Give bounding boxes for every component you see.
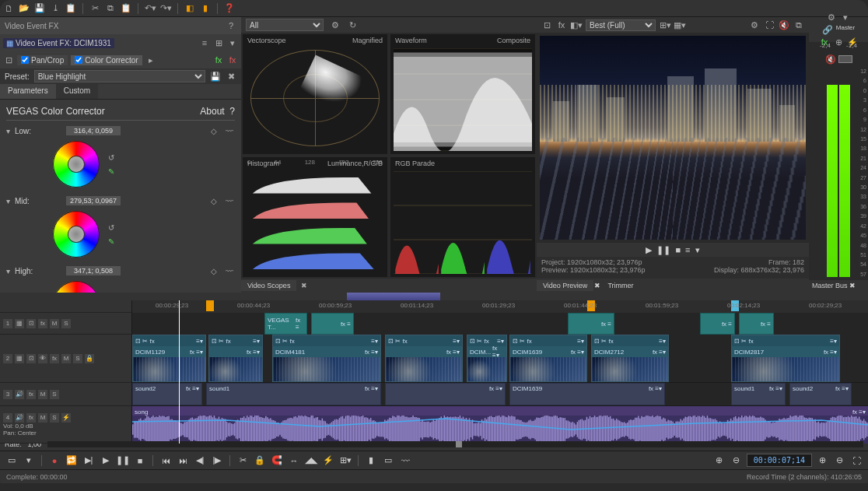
save-icon[interactable]: 💾	[34, 3, 45, 14]
pause-button[interactable]: ❚❚	[656, 245, 670, 255]
preset-delete-icon[interactable]: ✖	[226, 71, 236, 82]
audio-clip-0[interactable]: sound2fx ≡▾	[132, 383, 202, 405]
render-icon[interactable]: ⤓	[50, 3, 61, 14]
tool-dropdown-icon[interactable]: ▾	[22, 454, 36, 468]
fx-track[interactable]: VEGAS T...fx ≡fx ≡fx ≡fx ≡fx ≡	[132, 313, 868, 335]
autocrossfade-button[interactable]: ⚡	[321, 454, 335, 468]
preview-more-icon[interactable]: ▾	[695, 245, 700, 255]
preview-fx-icon[interactable]: fx	[556, 19, 567, 30]
video-clip-1[interactable]: ⊡ ✂ fx≡▾fx ≡▾	[208, 335, 263, 382]
colorcorrector-enable-checkbox[interactable]	[75, 56, 82, 64]
meter-settings-icon[interactable]: ⚙	[826, 12, 837, 23]
open-icon[interactable]: 📂	[19, 3, 30, 14]
tab-parameters[interactable]: Parameters	[0, 84, 56, 99]
snap-icon[interactable]: ◧	[184, 3, 195, 14]
preview-fullscreen-icon[interactable]: ⛶	[764, 19, 775, 30]
fx-clip-0[interactable]: VEGAS T...fx ≡	[264, 313, 307, 335]
go-start-button[interactable]: ⏮	[159, 454, 173, 468]
envelope-button[interactable]: 〰	[398, 454, 412, 468]
tool-normal-icon[interactable]: ▭	[5, 454, 19, 468]
audio-clip-4[interactable]: sound1fx ≡▾	[731, 383, 786, 405]
crossfade-button[interactable]: ◢◣	[304, 454, 318, 468]
fx-track-header[interactable]: 1▦⊡fxMS	[0, 313, 131, 335]
marker-1[interactable]	[206, 300, 214, 311]
video-clip-0[interactable]: ⊡ ✂ fx≡▾DCIM1129fx ≡▾	[132, 335, 206, 382]
wheel-2-keyframe-icon[interactable]: ◇	[208, 265, 219, 276]
song-clip[interactable]: songfx ≡▾	[132, 406, 868, 444]
zoom-fit-button[interactable]: ⛶	[849, 454, 863, 468]
help-icon[interactable]: ?	[226, 20, 236, 31]
fx-clip-3[interactable]: fx ≡	[700, 313, 735, 335]
scope-refresh-icon[interactable]: ↻	[347, 19, 358, 30]
preview-dock-icon[interactable]: ⧉	[793, 19, 804, 30]
fx-clip-1[interactable]: fx ≡	[311, 313, 354, 335]
timeline-scrollbar[interactable]	[0, 293, 868, 300]
preset-select[interactable]: Blue Highlight	[34, 70, 205, 82]
audio-clip-3[interactable]: DCIM1639fx ≡▾	[509, 383, 665, 405]
fx-node-pancrop[interactable]: Pan/Crop	[17, 55, 68, 65]
play-button[interactable]: ▶	[646, 245, 652, 255]
chain-list-icon[interactable]: ≡	[199, 37, 210, 48]
color-wheel-1[interactable]	[53, 211, 100, 258]
wheel-1-value[interactable]: 279,53; 0,0967	[66, 196, 121, 205]
zoom-out-v-button[interactable]: ⊖	[730, 454, 744, 468]
zoom-in-v-button[interactable]: ⊕	[712, 454, 726, 468]
fx-clip-2[interactable]: fx ≡	[568, 313, 614, 335]
meter-mute-icon[interactable]: 🔇	[825, 54, 836, 65]
scope-filter-select[interactable]: All	[246, 19, 324, 31]
add-fx-icon[interactable]: fx	[213, 54, 224, 65]
color-wheel-2[interactable]	[53, 281, 100, 293]
wheel-0-reset-icon[interactable]: ↺	[106, 152, 117, 163]
about-link[interactable]: About	[200, 106, 224, 117]
snap-button[interactable]: 🧲	[270, 454, 284, 468]
stop-button[interactable]: ■	[133, 454, 147, 468]
wheel-2-curve-icon[interactable]: 〰	[224, 265, 235, 276]
preview-settings-icon[interactable]: ⚙	[749, 19, 760, 30]
wheel-0-value[interactable]: 316,4; 0,059	[66, 126, 121, 135]
audio-clip-2[interactable]: fx ≡▾	[385, 383, 506, 405]
chain-end-icon[interactable]: ▸	[145, 54, 156, 65]
quantize-button[interactable]: ⊞▾	[338, 454, 352, 468]
preview-split-icon[interactable]: ◧▾	[571, 19, 582, 30]
zoom-out-h-button[interactable]: ⊖	[832, 454, 846, 468]
scope-settings-icon[interactable]: ⚙	[330, 19, 341, 30]
tab-custom[interactable]: Custom	[56, 84, 98, 99]
tab-trimmer[interactable]: Trimmer	[601, 280, 639, 291]
music-track-header[interactable]: 4🔊fxMS⚡ Vol: 0,0 dB Pan: Center	[0, 406, 131, 444]
meter-more-icon[interactable]: ▾	[840, 12, 851, 23]
color-wheel-0[interactable]	[53, 141, 100, 188]
close-tab-icon[interactable]: ✖	[297, 280, 311, 291]
tab-video-scopes[interactable]: Video Scopes	[241, 280, 296, 291]
preview-mute-icon[interactable]: 🔇	[779, 19, 789, 30]
playhead[interactable]	[179, 300, 180, 444]
pancrop-enable-checkbox[interactable]	[21, 56, 29, 64]
close-preview-tab-icon[interactable]: ✖	[594, 282, 600, 289]
marker-add-button[interactable]: ▮	[364, 454, 378, 468]
loop-button[interactable]: 🔁	[65, 454, 79, 468]
preset-save-icon[interactable]: 💾	[210, 71, 221, 82]
what-icon[interactable]: ❓	[224, 3, 235, 14]
record-button[interactable]: ●	[47, 454, 61, 468]
new-icon[interactable]: 🗋	[3, 3, 14, 14]
undo-icon[interactable]: ↶▾	[145, 3, 156, 14]
video-clip-7[interactable]: ⊡ ✂ fx≡▾DCIM2817fx ≡▾	[731, 335, 840, 382]
chain-more-icon[interactable]: ▾	[227, 37, 238, 48]
cut-icon[interactable]: ✂	[89, 3, 100, 14]
preview-ext-icon[interactable]: ⊡	[541, 19, 552, 30]
lock-button[interactable]: 🔒	[253, 454, 267, 468]
wheel-1-picker-icon[interactable]: ✎	[106, 236, 117, 247]
remove-fx-icon[interactable]: fx	[227, 54, 238, 65]
wheel-0-keyframe-icon[interactable]: ◇	[208, 125, 219, 136]
go-end-button[interactable]: ⏭	[176, 454, 190, 468]
tab-master-bus[interactable]: Master Bus	[812, 282, 848, 289]
vectorscope-mode[interactable]: Magnified	[352, 37, 383, 44]
tab-video-preview[interactable]: Video Preview	[537, 280, 593, 291]
audio-clip-5[interactable]: sound2fx ≡▾	[789, 383, 852, 405]
close-meter-tab-icon[interactable]: ✖	[849, 282, 856, 289]
video-clip-4[interactable]: ⊡ ✂ fx≡▾DCIM...fx ≡▾	[467, 335, 507, 382]
audio-clip-1[interactable]: sound1fx ≡▾	[206, 383, 381, 405]
video-clip-3[interactable]: ⊡ ✂ fx≡▾fx ≡▾	[385, 335, 463, 382]
video-clip-2[interactable]: ⊡ ✂ fx≡▾DCIM4181fx ≡▾	[272, 335, 381, 382]
wheel-0-picker-icon[interactable]: ✎	[106, 166, 117, 177]
preview-overlay-icon[interactable]: ▦▾	[674, 19, 685, 30]
